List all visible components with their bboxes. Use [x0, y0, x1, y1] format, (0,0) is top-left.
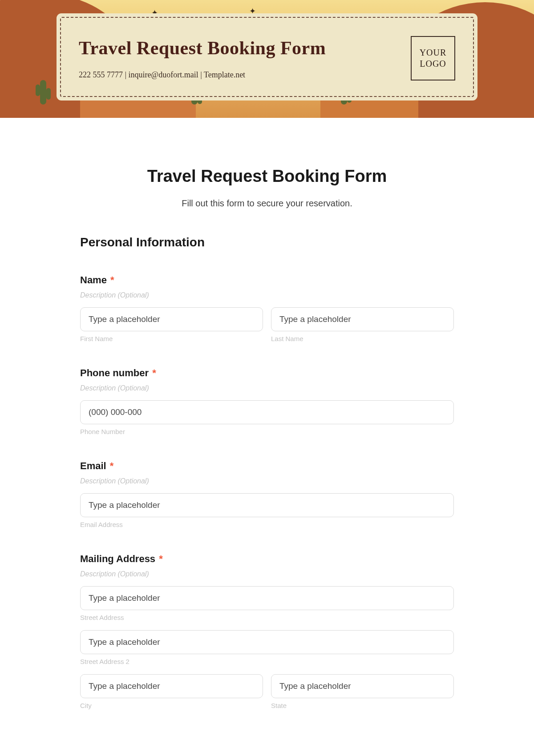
last-name-input[interactable] — [271, 307, 454, 331]
label-name: Name * — [80, 274, 454, 286]
banner-contact: 222 555 7777 | inquire@duofort.mail | Te… — [79, 70, 411, 80]
street1-input[interactable] — [80, 586, 454, 610]
label-address-text: Mailing Address — [80, 553, 155, 564]
field-description: Description (Optional) — [80, 291, 454, 299]
required-mark: * — [159, 553, 163, 564]
sublabel-phone: Phone Number — [80, 428, 454, 435]
phone-input[interactable] — [80, 400, 454, 424]
sublabel-last-name: Last Name — [271, 335, 454, 342]
logo-placeholder: YOUR LOGO — [411, 36, 455, 80]
page-title: Travel Request Booking Form — [80, 167, 454, 186]
banner-title: Travel Request Booking Form — [79, 37, 411, 59]
label-email-text: Email — [80, 460, 106, 471]
label-phone-text: Phone number — [80, 367, 149, 378]
street2-input[interactable] — [80, 630, 454, 654]
required-mark: * — [110, 274, 114, 286]
city-input[interactable] — [80, 674, 263, 698]
cactus-icon — [40, 80, 46, 105]
bird-icon: ✦ — [151, 8, 158, 18]
sublabel-street2: Street Address 2 — [80, 658, 454, 665]
form-container: Travel Request Booking Form Fill out thi… — [71, 167, 463, 709]
banner-card: Travel Request Booking Form 222 555 7777… — [60, 17, 474, 97]
sublabel-city: City — [80, 702, 263, 709]
field-description: Description (Optional) — [80, 570, 454, 578]
bird-icon: ✦ — [249, 6, 256, 16]
field-address: Mailing Address * Description (Optional)… — [80, 553, 454, 709]
label-address: Mailing Address * — [80, 553, 454, 565]
sublabel-street1: Street Address — [80, 614, 454, 621]
field-phone: Phone number * Description (Optional) Ph… — [80, 367, 454, 435]
field-name: Name * Description (Optional) First Name… — [80, 274, 454, 342]
email-input[interactable] — [80, 493, 454, 517]
field-email: Email * Description (Optional) Email Add… — [80, 460, 454, 528]
page-subtitle: Fill out this form to secure your reserv… — [80, 198, 454, 209]
sublabel-state: State — [271, 702, 454, 709]
field-description: Description (Optional) — [80, 384, 454, 392]
first-name-input[interactable] — [80, 307, 263, 331]
required-mark: * — [152, 367, 156, 378]
state-input[interactable] — [271, 674, 454, 698]
hero-banner: ✦ ✦ ✦ Travel Request Booking Form 222 55… — [0, 0, 534, 118]
label-name-text: Name — [80, 274, 107, 286]
label-phone: Phone number * — [80, 367, 454, 379]
label-email: Email * — [80, 460, 454, 472]
required-mark: * — [110, 460, 114, 471]
field-description: Description (Optional) — [80, 477, 454, 485]
section-heading-personal: Personal Information — [80, 235, 454, 249]
sublabel-email: Email Address — [80, 521, 454, 528]
banner-text-block: Travel Request Booking Form 222 555 7777… — [79, 37, 411, 80]
sublabel-first-name: First Name — [80, 335, 263, 342]
